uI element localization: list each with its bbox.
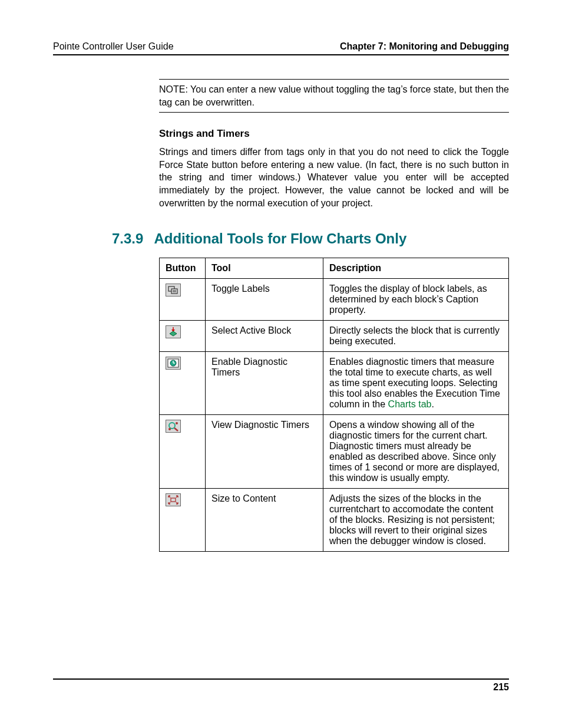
desc-post: . <box>431 399 434 409</box>
table-row: Toggle Labels Toggles the display of blo… <box>160 279 509 321</box>
svg-point-11 <box>169 423 175 429</box>
svg-point-14 <box>176 422 178 424</box>
toggle-labels-icon <box>166 284 181 297</box>
section-title: Additional Tools for Flow Charts Only <box>154 230 406 247</box>
button-cell <box>160 415 206 489</box>
table-row: View Diagnostic Timers Opens a window sh… <box>160 415 509 489</box>
note-box: NOTE: You can enter a new value without … <box>159 79 509 113</box>
enable-diagnostic-timers-icon <box>166 357 181 370</box>
table-header-row: Button Tool Description <box>160 258 509 279</box>
button-cell <box>160 489 206 552</box>
tool-name: Select Active Block <box>206 321 323 352</box>
page-number: 215 <box>493 682 509 692</box>
tool-name: Toggle Labels <box>206 279 323 321</box>
paragraph-strings-timers: Strings and timers differ from tags only… <box>159 146 509 209</box>
tool-desc: Adjusts the sizes of the blocks in the c… <box>323 489 509 552</box>
th-tool: Tool <box>206 258 323 279</box>
view-diagnostic-timers-icon <box>166 420 181 433</box>
th-button: Button <box>160 258 206 279</box>
table-row: Size to Content Adjusts the sizes of the… <box>160 489 509 552</box>
svg-line-12 <box>174 428 178 431</box>
section-heading: 7.3.9 Additional Tools for Flow Charts O… <box>112 230 509 247</box>
tools-table: Button Tool Description <box>159 258 509 552</box>
svg-rect-1 <box>171 289 177 294</box>
tool-desc: Toggles the display of block labels, as … <box>323 279 509 321</box>
button-cell <box>160 279 206 321</box>
tool-name: Enable Diagnostic Timers <box>206 352 323 415</box>
select-active-block-icon <box>166 325 181 338</box>
tool-desc: Opens a window showing all of the diagno… <box>323 415 509 489</box>
header-left: Pointe Controller User Guide <box>53 41 174 52</box>
page-footer: 215 <box>53 678 509 693</box>
charts-tab-link[interactable]: Charts tab <box>388 399 432 409</box>
tool-name: View Diagnostic Timers <box>206 415 323 489</box>
table-row: Enable Diagnostic Timers Enables diagnos… <box>160 352 509 415</box>
size-to-content-icon <box>166 493 181 506</box>
tool-name: Size to Content <box>206 489 323 552</box>
table-row: Select Active Block Directly selects the… <box>160 321 509 352</box>
svg-rect-15 <box>171 498 176 502</box>
svg-marker-6 <box>170 331 177 336</box>
section-number: 7.3.9 <box>112 230 143 247</box>
header-right: Chapter 7: Monitoring and Debugging <box>340 41 509 52</box>
tool-desc: Directly selects the block that is curre… <box>323 321 509 352</box>
button-cell <box>160 352 206 415</box>
tool-desc: Enables diagnostic timers that measure t… <box>323 352 509 415</box>
th-description: Description <box>323 258 509 279</box>
running-header: Pointe Controller User Guide Chapter 7: … <box>53 41 509 55</box>
svg-point-13 <box>168 428 171 430</box>
button-cell <box>160 321 206 352</box>
subheading-strings-timers: Strings and Timers <box>159 128 509 140</box>
